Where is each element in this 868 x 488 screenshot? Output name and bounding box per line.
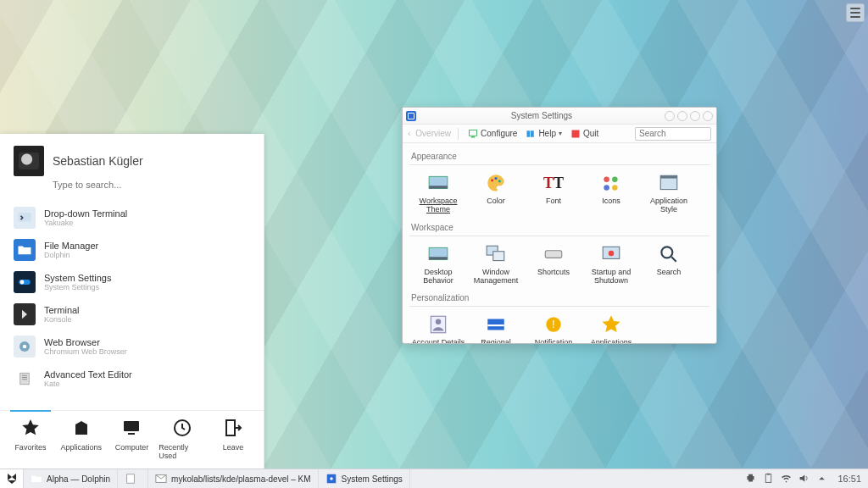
clipboard-icon[interactable] (763, 473, 774, 485)
chevron-down-icon: ▾ (559, 130, 562, 137)
category-label: Appearance (409, 147, 709, 163)
favorite-subtitle: Yakuake (44, 219, 127, 227)
settings-item-application-style[interactable]: Application Style (640, 170, 698, 218)
volume-icon[interactable] (798, 473, 810, 485)
icons-icon (600, 172, 622, 194)
launcher-tab-favorites[interactable]: Favorites (7, 418, 54, 460)
svg-point-22 (604, 185, 609, 191)
launcher-tab-applications[interactable]: Applications (58, 418, 105, 460)
folder-icon (31, 473, 42, 485)
search-icon (658, 243, 680, 265)
favorite-item[interactable]: Drop-down TerminalYakuake (7, 202, 257, 234)
help-icon (526, 129, 536, 139)
favorite-item[interactable]: System SettingsSystem Settings (7, 266, 257, 298)
wifi-icon[interactable] (781, 473, 792, 485)
favorite-item[interactable]: TerminalKonsole (7, 298, 257, 330)
back-icon[interactable]: ‹ (408, 129, 410, 138)
task-label: Alpha — Dolphin (47, 474, 110, 484)
settings-item-workspace-theme[interactable]: Workspace Theme (409, 170, 467, 218)
settings-item-icons[interactable]: Icons (582, 170, 640, 218)
svg-rect-12 (527, 130, 531, 137)
user-avatar[interactable] (14, 146, 44, 176)
system-tray: 16:51 (738, 473, 868, 485)
settings-item-notification[interactable]: !Notification (525, 312, 582, 343)
doc-small-icon (125, 473, 136, 485)
favorite-subtitle: Chromium Web Browser (44, 347, 127, 356)
panel-icon (427, 172, 449, 194)
svg-point-35 (436, 319, 442, 325)
svg-rect-30 (545, 250, 562, 258)
task-item[interactable] (118, 469, 148, 488)
kde-logo-icon (5, 472, 19, 485)
palette-icon (485, 172, 507, 194)
settings-item-window-management[interactable]: Window Management (467, 241, 525, 289)
svg-rect-37 (487, 324, 504, 326)
favorite-title: File Manager (44, 241, 98, 251)
document-icon (14, 368, 36, 390)
star-icon (20, 418, 41, 440)
launcher-tab-recently-used[interactable]: Recently Used (159, 418, 206, 460)
task-item[interactable]: System Settings (319, 469, 410, 488)
settings-item-search[interactable]: Search (640, 241, 698, 289)
overview-button[interactable]: Overview (415, 129, 451, 138)
launcher-header: Sebastian Kügler (0, 134, 264, 180)
window-keepabove-button[interactable] (690, 111, 700, 121)
settings-item-account-details[interactable]: Account Details (409, 312, 467, 343)
svg-point-2 (20, 280, 25, 285)
svg-rect-5 (20, 373, 30, 385)
favorite-item[interactable]: Advanced Text EditorKate (7, 363, 257, 395)
svg-point-19 (498, 180, 501, 182)
favorites-list: Drop-down TerminalYakuakeFile ManagerDol… (0, 198, 264, 410)
settings-item-color[interactable]: Color (467, 170, 525, 218)
svg-point-23 (612, 185, 618, 191)
favorite-item[interactable]: File ManagerDolphin (7, 234, 257, 266)
launcher-tab-computer[interactable]: Computer (108, 418, 155, 460)
launcher-tab-leave[interactable]: Leave (209, 418, 257, 460)
settings-item-shortcuts[interactable]: Shortcuts (525, 241, 582, 289)
svg-rect-45 (767, 473, 770, 474)
user-icon (427, 313, 449, 336)
settings-item-startup-and-shutdown[interactable]: Startup and Shutdown (582, 241, 640, 289)
terminal-drop-icon (14, 207, 36, 229)
power-icon (600, 243, 622, 265)
printer-icon[interactable] (745, 473, 756, 485)
svg-rect-13 (531, 130, 534, 137)
hamburger-menu-button[interactable] (846, 3, 865, 22)
settings-item-applications[interactable]: Applications (582, 312, 640, 343)
help-button[interactable]: Help ▾ (523, 127, 565, 141)
window-close-button[interactable] (703, 111, 713, 121)
svg-point-32 (609, 250, 615, 256)
launcher-tabs: FavoritesApplicationsComputerRecently Us… (0, 410, 264, 469)
svg-rect-25 (660, 175, 677, 178)
settings-item-font[interactable]: TTFont (525, 170, 582, 218)
category-label: Workspace (409, 218, 709, 234)
settings-app-icon (406, 111, 416, 121)
favorite-title: Terminal (44, 305, 80, 315)
computer-icon (121, 418, 142, 440)
settings-search-input[interactable] (635, 127, 711, 141)
window-title: System Settings (421, 111, 662, 120)
panel-icon (427, 243, 449, 265)
task-item[interactable]: mykolab/lists/kde/plasma-devel – KM (148, 469, 319, 488)
panel-clock[interactable]: 16:51 (834, 474, 861, 484)
task-item[interactable]: Alpha — Dolphin (24, 469, 118, 488)
configure-icon (468, 129, 478, 139)
configure-button[interactable]: Configure (465, 127, 520, 141)
svg-rect-7 (128, 433, 135, 435)
expand-tray-icon[interactable] (816, 473, 827, 485)
folder-icon (14, 239, 36, 261)
favorite-item[interactable]: Web BrowserChromium Web Browser (7, 330, 257, 363)
svg-rect-9 (226, 420, 235, 435)
settings-item-regional-settings[interactable]: Regional Settings (467, 312, 525, 343)
svg-point-17 (491, 179, 493, 181)
window-titlebar[interactable]: System Settings (403, 108, 716, 125)
window-maximize-button[interactable] (677, 111, 687, 121)
shortcut-icon (542, 243, 565, 265)
window-minimize-button[interactable] (665, 111, 675, 121)
kicker-button[interactable] (0, 469, 24, 488)
svg-point-18 (494, 177, 497, 180)
application-launcher: Sebastian Kügler Drop-down TerminalYakua… (0, 134, 264, 469)
settings-item-desktop-behavior[interactable]: Desktop Behavior (409, 241, 467, 289)
launcher-search-input[interactable] (53, 180, 250, 190)
quit-button[interactable]: Quit (568, 127, 601, 141)
